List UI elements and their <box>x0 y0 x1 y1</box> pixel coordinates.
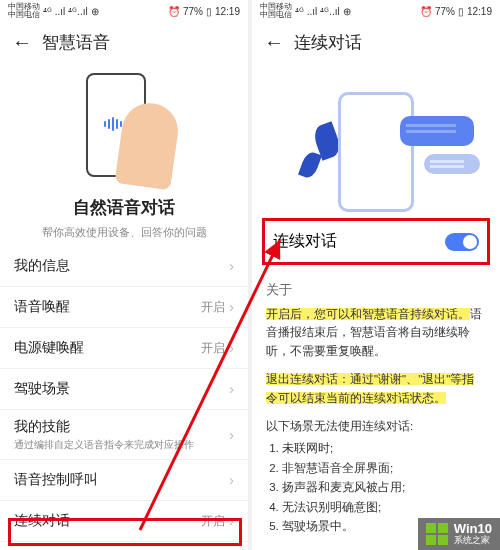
toggle-label: 连续对话 <box>273 231 337 252</box>
row-continuous-dialog[interactable]: 连续对话 开启› <box>0 501 248 542</box>
back-button[interactable]: ← <box>8 31 36 54</box>
pane-voice-settings: 中国移动 中国电信 ⁴ᴳ ..ıl ⁴ᴳ..ıl ⊕ ⏰ 77% ▯ 12:19… <box>0 0 248 550</box>
scene-item: 无法识别明确意图; <box>282 498 486 516</box>
row-power-wake[interactable]: 电源键唤醒 开启› <box>0 328 248 369</box>
illustration-hand-phone <box>0 62 248 192</box>
network-icon: ⊕ <box>343 6 351 17</box>
switch-on-icon[interactable] <box>445 233 479 251</box>
row-voice-wake[interactable]: 语音唤醒 开启› <box>0 287 248 328</box>
scene-item: 扬声器和麦克风被占用; <box>282 478 486 496</box>
alarm-icon: ⏰ <box>420 6 432 17</box>
watermark: Win10系统之家 <box>418 518 500 550</box>
battery-icon: ▯ <box>458 6 464 17</box>
clock: 12:19 <box>467 6 492 17</box>
battery-icon: ▯ <box>206 6 212 17</box>
chevron-right-icon: › <box>229 513 234 529</box>
feature-subtitle: 帮你高效使用设备、回答你的问题 <box>12 225 236 240</box>
status-bar: 中国移动 中国电信 ⁴ᴳ ..ıl ⁴ᴳ..ıl ⊕ ⏰ 77% ▯ 12:19 <box>0 0 248 22</box>
about-paragraph-2: 退出连续对话：通过"谢谢"、"退出"等指令可以结束当前的连续对话状态。 <box>252 368 500 409</box>
battery-pct: 77% <box>435 6 455 17</box>
illustration-chat-bubbles <box>252 62 500 212</box>
status-bar: 中国移动 中国电信 ⁴ᴳ ..ıl ⁴ᴳ..ıl ⊕ ⏰ 77% ▯ 12:19 <box>252 0 500 22</box>
toggle-continuous-dialog[interactable]: 连续对话 <box>262 218 490 265</box>
chevron-right-icon: › <box>229 381 234 397</box>
about-paragraph-1: 开启后，您可以和智慧语音持续对话。语音播报结束后，智慧语音将自动继续聆听，不需要… <box>252 303 500 362</box>
chevron-right-icon: › <box>229 340 234 356</box>
chevron-right-icon: › <box>229 258 234 274</box>
alarm-icon: ⏰ <box>168 6 180 17</box>
scene-item: 未联网时; <box>282 439 486 457</box>
page-title: 智慧语音 <box>42 31 110 54</box>
signal-icon: ⁴ᴳ ..ıl ⁴ᴳ..ıl <box>43 6 88 17</box>
chevron-right-icon: › <box>229 299 234 315</box>
row-driving-scene[interactable]: 驾驶场景 › <box>0 369 248 410</box>
about-heading: 关于 <box>252 271 500 303</box>
battery-pct: 77% <box>183 6 203 17</box>
carrier-label: 中国移动 中国电信 <box>260 3 292 19</box>
network-icon: ⊕ <box>91 6 99 17</box>
windows-logo-icon <box>426 523 448 545</box>
row-voice-call-control[interactable]: 语音控制呼叫 › <box>0 460 248 501</box>
signal-icon: ⁴ᴳ ..ıl ⁴ᴳ..ıl <box>295 6 340 17</box>
chevron-right-icon: › <box>229 472 234 488</box>
chevron-right-icon: › <box>229 427 234 443</box>
carrier-label: 中国移动 中国电信 <box>8 3 40 19</box>
row-my-info[interactable]: 我的信息 › <box>0 246 248 287</box>
feature-title: 自然语音对话 <box>0 196 248 219</box>
clock: 12:19 <box>215 6 240 17</box>
page-title: 连续对话 <box>294 31 362 54</box>
back-button[interactable]: ← <box>260 31 288 54</box>
row-my-skills[interactable]: 我的技能 通过编排自定义语音指令来完成对应操作 › <box>0 410 248 460</box>
pane-continuous-dialog: 中国移动 中国电信 ⁴ᴳ ..ıl ⁴ᴳ..ıl ⊕ ⏰ 77% ▯ 12:19… <box>252 0 500 550</box>
scene-item: 非智慧语音全屏界面; <box>282 459 486 477</box>
